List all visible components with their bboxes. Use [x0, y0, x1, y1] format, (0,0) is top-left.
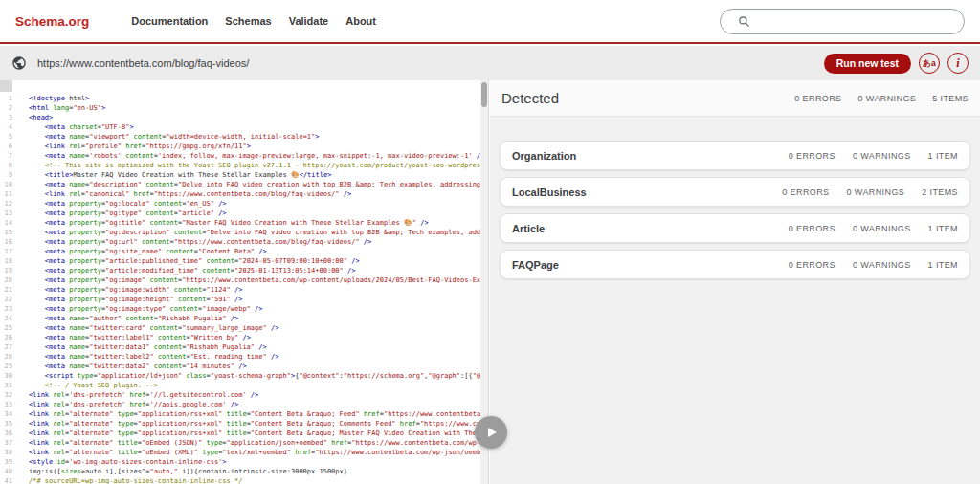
- nav-item-validate[interactable]: Validate: [289, 15, 329, 27]
- code-line: 41/*# sourceURL=wp-img-auto-sizes-contai…: [0, 476, 488, 484]
- code-line: 10 <meta name="description" content="Del…: [0, 180, 488, 189]
- line-number: 40: [0, 467, 12, 476]
- line-number: 22: [0, 295, 12, 304]
- code-line: 6 <link rel="profile" href="https://gmpg…: [0, 142, 488, 151]
- code-line: 27 <meta name="twitter:data1" content="R…: [0, 342, 488, 352]
- line-number: 34: [0, 409, 12, 419]
- code-text: <!-- This site is optimized with the Yoa…: [12, 161, 488, 170]
- line-number: 18: [0, 256, 12, 266]
- code-line: 32<link rel='dns-prefetch' href='//l.get…: [0, 390, 488, 400]
- line-number: 14: [0, 218, 12, 228]
- code-line: 19 <meta property="article:modified_time…: [0, 266, 488, 275]
- search-box[interactable]: [720, 9, 965, 34]
- code-text: <meta property="og:title" content="Maste…: [12, 218, 488, 228]
- results-panel: Detected 0 ERRORS 0 WARNINGS 5 ITEMS Org…: [490, 80, 980, 484]
- code-line: 8 <!-- This site is optimized with the Y…: [0, 161, 488, 170]
- line-number: 28: [0, 352, 12, 362]
- code-line: 13 <meta property="og:type" content="art…: [0, 209, 488, 218]
- code-text: <meta property="og:type" content="articl…: [12, 209, 488, 218]
- warnings-count: 0 WARNINGS: [853, 224, 911, 233]
- info-icon: i: [956, 57, 959, 69]
- summary-counts: 0 ERRORS 0 WARNINGS 5 ITEMS: [794, 94, 969, 103]
- globe-icon: [11, 55, 27, 71]
- line-number: 9: [0, 170, 12, 180]
- detected-title: Detected: [501, 90, 559, 106]
- code-text: <meta property="og:url" content="https:/…: [12, 237, 488, 247]
- search-input[interactable]: [758, 15, 944, 29]
- code-text: <meta property="og:locale" content="en_U…: [12, 199, 488, 209]
- code-text: <meta property="og:image:type" content="…: [12, 304, 488, 314]
- code-line: 28 <meta name="twitter:label2" content="…: [0, 352, 488, 362]
- schema-type-card-faqpage[interactable]: FAQPage0 ERRORS0 WARNINGS1 ITEM: [500, 250, 970, 279]
- expand-panel-button[interactable]: [475, 416, 507, 449]
- source-code-panel[interactable]: 1<!doctype html>2<html lang="en-US">3<he…: [0, 80, 489, 484]
- code-line: 33<link rel='dns-prefetch' href='//apis.…: [0, 400, 488, 409]
- code-line: 14 <meta property="og:title" content="Ma…: [0, 218, 488, 228]
- code-text: <meta property="article:modified_time" c…: [12, 266, 488, 275]
- schema-org-logo[interactable]: Schema.org: [15, 14, 89, 29]
- card-counts: 0 ERRORS0 WARNINGS2 ITEMS: [782, 187, 958, 197]
- play-arrow-icon: [488, 428, 497, 437]
- code-line: 1<!doctype html>: [0, 94, 488, 103]
- info-button[interactable]: i: [947, 53, 969, 74]
- line-number: 32: [0, 390, 12, 400]
- nav-item-about[interactable]: About: [345, 15, 376, 27]
- line-number: 23: [0, 304, 12, 314]
- code-text: <link rel="alternate" type="application/…: [12, 419, 488, 429]
- language-toggle-button[interactable]: あa: [919, 53, 940, 74]
- url-toolbar: https://www.contentbeta.com/blog/faq-vid…: [0, 46, 980, 80]
- code-text: <html lang="en-US">: [12, 103, 488, 113]
- items-count: 1 ITEM: [928, 151, 958, 161]
- site-header: Schema.org Documentation Schemas Validat…: [0, 0, 980, 44]
- code-text: img:is([sizes=auto i],[sizes^="auto," i]…: [12, 467, 488, 476]
- nav-item-documentation[interactable]: Documentation: [131, 15, 208, 27]
- tested-url: https://www.contentbeta.com/blog/faq-vid…: [37, 57, 249, 69]
- code-text: <meta name="description" content="Delve …: [12, 180, 488, 189]
- line-number: 41: [0, 476, 12, 484]
- code-line: 22 <meta property="og:image:height" cont…: [0, 295, 488, 304]
- code-text: <head>: [12, 113, 488, 122]
- code-text: <link rel="canonical" href="https://www.…: [12, 189, 488, 199]
- code-scrollbar-thumb[interactable]: [481, 82, 487, 107]
- code-text: <link rel='dns-prefetch' href='//l.getsi…: [12, 390, 488, 400]
- total-items-count: 5 ITEMS: [932, 94, 969, 103]
- code-text: <meta name="author" content="Rishabh Pug…: [12, 314, 488, 323]
- code-text: <link rel="alternate" title="oEmbed (XML…: [12, 448, 488, 457]
- schema-validator-app: Schema.org Documentation Schemas Validat…: [0, 0, 980, 484]
- code-line: 36<link rel="alternate" type="applicatio…: [0, 429, 488, 438]
- line-number: 4: [0, 122, 12, 132]
- line-number: 30: [0, 371, 12, 381]
- code-line: 15 <meta property="og:description" conte…: [0, 228, 488, 237]
- search-icon: [738, 15, 750, 28]
- card-label: Article: [512, 223, 545, 234]
- line-number: 29: [0, 362, 12, 371]
- line-number: 25: [0, 323, 12, 333]
- toolbar-actions: Run new test あa i: [824, 53, 969, 74]
- line-number: 11: [0, 189, 12, 199]
- code-line: 29 <meta name="twitter:data2" content="1…: [0, 362, 488, 371]
- line-number: 21: [0, 285, 12, 295]
- code-text: <script type="application/ld+json" class…: [12, 371, 488, 381]
- code-line: 25 <meta name="twitter:card" content="su…: [0, 323, 488, 333]
- schema-type-card-article[interactable]: Article0 ERRORS0 WARNINGS1 ITEM: [500, 213, 970, 243]
- code-line: 34<link rel="alternate" type="applicatio…: [0, 409, 488, 419]
- nav-item-schemas[interactable]: Schemas: [225, 15, 271, 27]
- card-counts: 0 ERRORS0 WARNINGS1 ITEM: [789, 260, 958, 270]
- line-number: 26: [0, 333, 12, 342]
- items-count: 1 ITEM: [928, 224, 958, 233]
- card-label: Organization: [512, 150, 576, 162]
- warnings-count: 0 WARNINGS: [853, 260, 911, 270]
- code-text: <link rel="alternate" type="application/…: [12, 429, 488, 438]
- run-new-test-button[interactable]: Run new test: [824, 54, 911, 74]
- code-text: <link rel="alternate" title="oEmbed (JSO…: [12, 438, 488, 448]
- card-label: LocalBusiness: [512, 187, 587, 198]
- total-errors-count: 0 ERRORS: [794, 94, 841, 103]
- code-text: <link rel="profile" href="https://gmpg.o…: [12, 142, 488, 151]
- schema-type-card-organization[interactable]: Organization0 ERRORS0 WARNINGS1 ITEM: [500, 141, 970, 170]
- code-line: 3<head>: [0, 113, 488, 122]
- code-line: 40img:is([sizes=auto i],[sizes^="auto," …: [0, 467, 488, 476]
- line-number: 37: [0, 438, 12, 448]
- code-line: 31 <!-- / Yoast SEO plugin. -->: [0, 381, 488, 390]
- code-text: <meta name="viewport" content="width=dev…: [12, 132, 488, 142]
- schema-type-card-localbusiness[interactable]: LocalBusiness0 ERRORS0 WARNINGS2 ITEMS: [500, 177, 970, 207]
